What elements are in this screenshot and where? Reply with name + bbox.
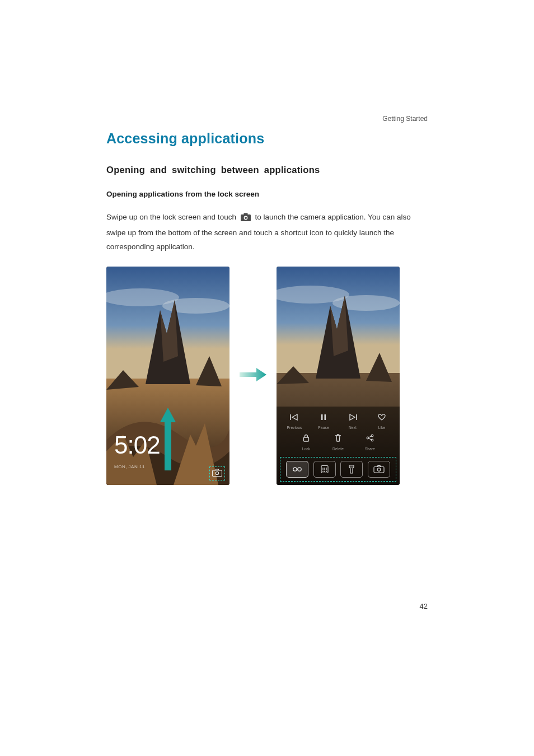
pause-icon <box>320 413 327 423</box>
body-paragraph: Swipe up on the lock screen and touch to… <box>106 211 428 254</box>
shortcut-bar <box>280 457 396 482</box>
svg-point-3 <box>245 217 247 219</box>
svg-point-29 <box>326 469 327 470</box>
lock-icon <box>302 433 311 445</box>
svg-point-9 <box>216 472 218 474</box>
page-title: Accessing applications <box>106 130 428 147</box>
lock-control[interactable]: Lock <box>293 433 320 451</box>
control-label: Lock <box>302 447 311 451</box>
shortcut-panel-wallpaper <box>277 267 400 485</box>
shortcut-panel-illustration: Previous Pause Next <box>277 267 400 485</box>
svg-rect-1 <box>243 213 247 216</box>
control-label: Share <box>365 447 375 451</box>
utility-controls-row: Lock Delete Share <box>277 433 400 451</box>
control-label: Pause <box>318 426 329 430</box>
lock-screen-illustration: 5:02 MON, JAN 11 <box>106 267 229 485</box>
heart-icon <box>377 413 386 423</box>
media-pause-control[interactable]: Pause <box>310 413 337 430</box>
calculator-icon <box>320 465 329 474</box>
swipe-up-arrow-icon <box>157 403 179 473</box>
svg-point-26 <box>326 468 327 469</box>
screenshot-row: 5:02 MON, JAN 11 <box>106 267 428 485</box>
control-label: Previous <box>287 426 302 430</box>
svg-point-34 <box>377 468 381 472</box>
svg-point-21 <box>293 468 297 471</box>
svg-point-27 <box>322 469 324 470</box>
trash-icon <box>334 433 342 445</box>
lock-screen-camera-hint <box>209 466 225 480</box>
skip-back-icon <box>289 413 299 423</box>
svg-rect-16 <box>325 414 326 420</box>
flashlight-shortcut[interactable] <box>340 461 363 478</box>
control-label: Delete <box>332 447 344 451</box>
media-prev-control[interactable]: Previous <box>281 413 308 430</box>
control-label: Next <box>349 426 357 430</box>
svg-point-25 <box>324 468 325 469</box>
svg-point-32 <box>326 471 327 472</box>
control-label: Like <box>378 426 386 430</box>
section-header: Getting Started <box>382 115 428 123</box>
svg-point-22 <box>298 468 301 471</box>
lock-screen-date: MON, JAN 11 <box>114 464 145 469</box>
subsection-heading: Opening and switching between applicatio… <box>106 165 428 175</box>
media-next-control[interactable]: Next <box>339 413 366 430</box>
share-icon <box>366 433 374 445</box>
para-text-pre: Swipe up on the lock screen and touch <box>106 213 238 221</box>
delete-control[interactable]: Delete <box>325 433 352 451</box>
svg-rect-8 <box>213 470 222 477</box>
media-like-control[interactable]: Like <box>368 413 395 430</box>
recorder-icon <box>291 465 303 474</box>
media-controls-row: Previous Pause Next <box>277 410 400 430</box>
lock-screen-time: 5:02 <box>114 431 160 459</box>
page-number: 42 <box>420 602 428 610</box>
svg-point-20 <box>371 439 373 441</box>
topic-heading: Opening applications from the lock scree… <box>106 190 428 198</box>
recorder-shortcut[interactable] <box>286 461 308 478</box>
svg-point-30 <box>322 471 324 472</box>
svg-rect-17 <box>304 437 309 441</box>
svg-point-28 <box>324 469 325 470</box>
svg-point-18 <box>367 437 369 439</box>
transition-arrow-icon <box>240 366 266 385</box>
svg-point-31 <box>324 471 325 472</box>
svg-rect-33 <box>374 467 384 473</box>
share-control[interactable]: Share <box>357 433 383 451</box>
svg-point-24 <box>322 468 324 469</box>
camera-shortcut[interactable] <box>368 461 390 478</box>
camera-icon <box>241 212 251 226</box>
camera-icon <box>212 469 222 477</box>
svg-rect-15 <box>321 414 323 420</box>
calculator-shortcut[interactable] <box>313 461 336 478</box>
document-page: Getting Started Accessing applications O… <box>0 0 534 756</box>
skip-forward-icon <box>348 413 358 423</box>
camera-icon <box>373 465 385 473</box>
svg-point-19 <box>371 435 373 437</box>
flashlight-icon <box>348 464 355 474</box>
